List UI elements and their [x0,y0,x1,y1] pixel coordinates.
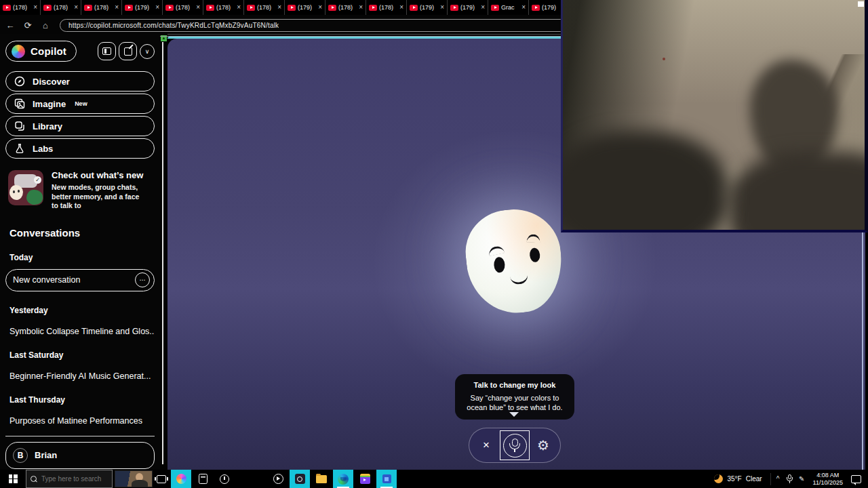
tab-title: (178) [216,4,235,11]
address-bar[interactable]: https://copilot.microsoft.com/chats/TwyK… [60,19,567,32]
promo-description: New modes, group chats, better memory, a… [52,183,146,211]
taskbar-search-box[interactable] [26,470,113,488]
tray-time: 4:08 AM [813,472,843,479]
taskbar-app-paint3d[interactable] [171,470,191,488]
tab-close-icon[interactable]: × [74,4,78,11]
windows-taskbar: 35°F Clear ^ ✎ 4:08 AM 11/10/2025 [0,470,868,488]
browser-tab[interactable]: (179)× [448,0,488,15]
tab-close-icon[interactable]: × [277,4,281,11]
taskbar-app-media-player[interactable] [268,470,288,488]
browser-tab[interactable]: (178)× [81,0,122,15]
tab-title: (178) [257,4,275,11]
sidebar-scrollbar[interactable]: ▲ [160,34,167,470]
browser-tab[interactable]: (178)× [163,0,203,15]
start-button[interactable] [0,470,26,488]
conversation-item-new[interactable]: New conversation ⋯ [5,269,155,291]
paint3d-icon [176,474,186,484]
tab-title: (178) [54,4,72,11]
copilot-brand-button[interactable]: Copilot [5,41,77,62]
tab-title: Grac [501,4,519,11]
group-label-yesterday: Yesterday [5,306,155,315]
youtube-favicon-icon [288,5,296,11]
browser-tab[interactable]: (178)× [326,0,366,15]
tooltip-title: Talk to change my look [462,381,568,389]
browser-tab[interactable]: (179)× [407,0,448,15]
tab-close-icon[interactable]: × [318,4,322,11]
browser-tab[interactable]: (179)× [122,0,163,15]
tab-title: (179) [298,4,316,11]
tab-title: (178) [176,4,194,11]
sidebar-item-discover[interactable]: Discover [5,71,155,92]
sidebar-item-label: Labs [33,144,53,154]
tab-close-icon[interactable]: × [33,4,37,11]
browser-tab[interactable]: (178)× [0,0,41,15]
app-window-thumbnail[interactable] [115,470,153,487]
whats-new-promo[interactable]: ✓ Check out what’s new New modes, group … [5,170,155,211]
end-call-button[interactable]: × [478,439,494,452]
taskbar-app-edge[interactable] [333,470,353,488]
tab-close-icon[interactable]: × [155,4,159,11]
youtube-favicon-icon [206,5,214,11]
tab-close-icon[interactable]: × [196,4,200,11]
url-text: https://copilot.microsoft.com/chats/TwyK… [68,22,279,29]
pen-workspace-icon[interactable]: ✎ [796,475,808,483]
new-badge: New [75,100,87,107]
task-view-icon [157,475,166,483]
tab-close-icon[interactable]: × [115,4,119,11]
taskbar-app-file-explorer[interactable] [311,470,332,488]
copilot-avatar-blob [461,205,566,318]
microphone-icon [509,439,521,452]
sidebar-item-library[interactable]: Library [5,116,155,136]
tab-close-icon[interactable]: × [237,4,241,11]
tab-close-icon[interactable]: × [440,4,444,11]
webcam-video-window[interactable] [561,0,868,232]
conversation-item[interactable]: Beginner-Friendly AI Music Generat... [5,371,155,381]
new-chat-button[interactable] [119,42,137,60]
clock-widget[interactable]: 4:08 AM 11/10/2025 [808,472,848,486]
browser-tab[interactable]: (178)× [244,0,285,15]
sidebar-item-imagine[interactable]: Imagine New [5,94,155,114]
refresh-icon[interactable]: ⟳ [20,20,35,30]
scrollbar-track[interactable] [162,42,163,464]
webcam-corner-button[interactable] [858,1,864,7]
youtube-favicon-icon [532,5,540,11]
microphone-button[interactable] [500,430,530,460]
browser-tab[interactable]: (178)× [41,0,81,15]
conversation-menu-button[interactable]: ⋯ [135,272,150,287]
weather-widget[interactable]: 35°F Clear [707,474,768,483]
group-label-last-saturday: Last Saturday [5,350,155,360]
back-icon[interactable]: ← [3,20,18,30]
tray-microphone-icon[interactable] [787,474,793,483]
tab-close-icon[interactable]: × [399,4,403,11]
toggle-sidebar-button[interactable] [98,42,116,60]
taskbar-app-obs[interactable] [290,470,310,488]
youtube-favicon-icon [328,5,336,11]
profile-button[interactable]: B Brian [5,442,155,469]
show-hidden-icons-button[interactable]: ^ [772,475,784,483]
tab-title: (178) [94,4,113,11]
settings-button[interactable]: ⚙ [535,437,551,453]
sidebar-item-label: Imagine [33,99,66,109]
tab-close-icon[interactable]: × [481,4,485,11]
taskbar-app-alarms[interactable] [214,470,235,488]
browser-tab[interactable]: (178)× [366,0,407,15]
voice-control-bar: × ⚙ [469,428,561,463]
action-center-icon[interactable] [851,475,861,483]
conversation-item[interactable]: Symbolic Collapse Timeline and Glos... [5,327,155,336]
home-icon[interactable]: ⌂ [38,20,53,30]
search-input[interactable] [41,475,108,483]
browser-tab[interactable]: (179)× [285,0,326,15]
tab-close-icon[interactable]: × [359,4,363,11]
taskbar-app-films-tv[interactable] [355,470,375,488]
conversation-item[interactable]: Purposes of Matinee Performances [5,416,155,426]
tray-date: 11/10/2025 [813,479,843,487]
taskbar-app-calculator[interactable] [193,470,213,488]
tab-close-icon[interactable]: × [521,4,526,11]
sidebar-item-labs[interactable]: Labs [5,138,155,159]
browser-tab[interactable]: (178)× [203,0,244,15]
collapse-button[interactable]: ∨ [140,44,155,59]
youtube-favicon-icon [369,5,377,11]
task-view-button[interactable] [153,470,170,488]
taskbar-app-blue[interactable] [376,470,397,488]
browser-tab[interactable]: Grac× [488,0,529,15]
